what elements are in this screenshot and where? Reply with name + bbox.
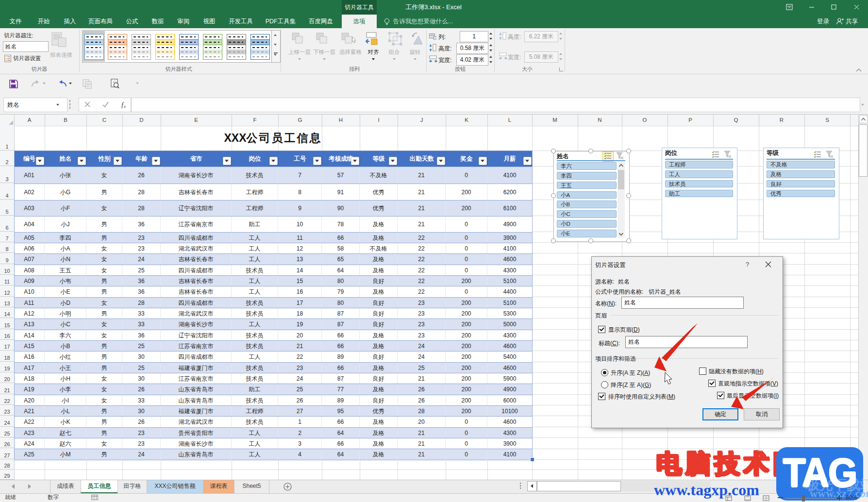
svg-text:x: x xyxy=(123,104,126,108)
